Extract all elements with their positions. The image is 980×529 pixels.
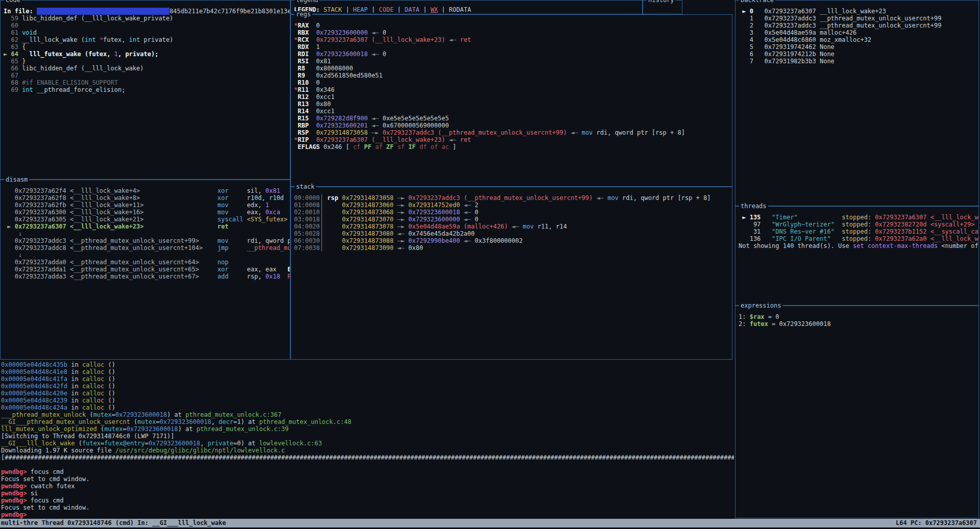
- text-run: lowlevellock.c:63: [259, 440, 322, 447]
- status-bar: multi-thre Thread 0x7293148746 (cmd) In:…: [0, 519, 980, 527]
- text-run: 0x2d561850ed580e51: [305, 72, 383, 79]
- text-run: xor: [217, 266, 247, 273]
- text-run: __GI___pthread_mutex_unlock_usercnt: [1, 418, 130, 425]
- text-run: {: [22, 43, 26, 51]
- text-run: mov: [607, 194, 619, 201]
- backtrace-content: ► 0 0x7293237a6307 __lll_lock_wake+23 1 …: [739, 8, 978, 205]
- text-run: 0x729323600000: [408, 216, 460, 223]
- source-line: 66 libc_hidden_def (__lll_lock_wake): [4, 65, 290, 72]
- text-run: int: [85, 36, 96, 43]
- stack-row: 02:0010│ 0x729314873068 —► 0x72932360001…: [294, 209, 732, 216]
- text-run: |: [342, 6, 353, 13]
- text-run: 0x729323600018: [408, 209, 460, 216]
- text-run: 0: [475, 209, 478, 216]
- panel-title-legend: legend: [295, 0, 320, 4]
- text-run: 2: [475, 201, 478, 209]
- disasm-line: 0x7293237a62f4 <__lll_lock_wake+4> xor s…: [4, 187, 290, 194]
- text-run: R12: [298, 93, 309, 100]
- text-run: rsp: [327, 194, 338, 201]
- text-run: 0x7293237a6305 <__lll_lock_wake+21>: [4, 216, 217, 223]
- text-run: 61: [4, 29, 22, 36]
- text-run: 0x729314873078: [342, 223, 394, 230]
- text-run: [798, 214, 842, 221]
- text-run: [277, 266, 288, 273]
- text-run: RODATA: [449, 6, 471, 13]
- text-run: libc_hidden_def (__lll_lock_wake): [22, 65, 143, 72]
- stack-row: 05:0028│ 0x729314873080 ◄— 0x7456e45da42…: [294, 230, 732, 237]
- text-run: #if ENABLE_ELISION_SUPPORT: [22, 79, 118, 86]
- text-run: (): [104, 383, 115, 390]
- console-line: 0x00005e04d48c41e8 in calloc (): [1, 368, 734, 375]
- text-run: STACK: [324, 6, 342, 13]
- text-run: [309, 36, 316, 43]
- text-run: 0x7293237a6307 (__lll_lock_wake+23): [316, 36, 445, 43]
- disasm-line: 0x7293237addc8 <__pthread_mutex_unlock_u…: [4, 244, 290, 251]
- text-run: R14: [298, 108, 309, 115]
- text-run: 0x7293237adda1 <__pthread_mutex_unlock_u…: [4, 266, 217, 273]
- text-run: 0x80: [309, 100, 331, 108]
- text-run: [835, 228, 842, 235]
- text-run: (: [130, 418, 137, 425]
- thread-row: ► 135 "Timer" stopped: 0x7293237a6307 <_…: [739, 214, 978, 221]
- console-line: 0x00005e04d48c420e in calloc (): [1, 390, 734, 397]
- text-run: 0: [382, 51, 386, 58]
- text-run: 04:0020│: [294, 223, 342, 230]
- thread-row: 31 "DNS Res~ver #16" stopped: 0x7293237b…: [739, 228, 978, 235]
- text-run: 0x81: [309, 58, 331, 65]
- text-run: 0x729323600018: [115, 411, 167, 418]
- text-run: RIP: [298, 136, 309, 143]
- console-line: __GI___lll_lock_wake (futex=futex@entry=…: [1, 440, 734, 447]
- text-run: 62: [4, 36, 22, 43]
- pwndbg-terminal: code In file: 845db211e7b42c7176f9be21b8…: [0, 0, 980, 529]
- text-run: 0x729314873060: [342, 201, 394, 209]
- text-run: $rax: [750, 313, 765, 320]
- panel-code: code In file: 845db211e7b42c7176f9be21b8…: [0, 0, 290, 180]
- text-run: 0x7293237a62fb <__lll_lock_wake+11>: [4, 201, 217, 209]
- text-run: =: [156, 418, 159, 425]
- text-run: |: [394, 6, 405, 13]
- status-spacer: [226, 519, 896, 527]
- text-run: 0x5e04d48ae59a (malloc+426): [408, 223, 508, 230]
- text-run: 0x00005e04d48c41e8: [1, 368, 67, 375]
- text-run: stopped:: [842, 214, 875, 221]
- text-run: IF: [408, 143, 415, 150]
- text-run: decr: [218, 418, 233, 425]
- text-run: ◄—: [567, 129, 582, 136]
- text-run: (): [104, 368, 115, 375]
- text-run: —►: [394, 194, 408, 201]
- text-run: "IPC I/O Parent": [772, 235, 831, 242]
- text-run: edx,: [247, 201, 265, 209]
- register-row: R14 0xcc1: [294, 108, 732, 115]
- text-run: =: [122, 425, 126, 433]
- text-run: calloc: [82, 390, 104, 397]
- console-line: 0x00005e04d48c435b in calloc (): [1, 361, 734, 368]
- text-run: 1: [309, 43, 320, 51]
- text-run: set context-max-threads: [853, 242, 938, 249]
- text-run: 0x729323600018: [316, 51, 368, 58]
- text-run: 0x7293237addc3 (__pthread_mutex_unlock_u…: [382, 129, 567, 136]
- text-run: ◄—: [368, 29, 383, 36]
- text-run: ◄—: [460, 201, 475, 209]
- text-run: 0x346: [309, 86, 335, 93]
- text-run: Not showing 140 thread(s). Use: [739, 242, 853, 249]
- text-run: mov: [217, 237, 247, 244]
- text-run: (): [104, 397, 115, 404]
- panel-stack: stack 00:0000│ rsp 0x729314873058 —► 0x7…: [290, 187, 732, 360]
- text-run: in: [67, 361, 82, 368]
- text-run: (): [104, 404, 115, 411]
- text-run: Focus set to cmd window.: [1, 504, 89, 511]
- text-run: 2 0x7293237addc3 __pthread_mutex_unlock_…: [739, 22, 941, 29]
- text-run: In file:: [4, 8, 37, 15]
- text-run: 0x18: [265, 273, 280, 280]
- text-run: private): [140, 36, 173, 43]
- console-line: __GI___pthread_mutex_unlock_usercnt (mut…: [1, 418, 734, 425]
- disasm-line: 0x7293237a6300 <__lll_lock_wake+16> mov …: [4, 209, 290, 216]
- command-console[interactable]: 0x00005e04d48c435b in calloc ()0x00005e0…: [1, 361, 734, 518]
- disasm-line: ↓: [4, 230, 290, 237]
- text-run: ) at: [167, 411, 185, 418]
- text-run: Downloading 1.97 K source file: [1, 447, 115, 454]
- stack-row: 01:0008│ 0x729314873060 —► 0x729314752ed…: [294, 201, 732, 209]
- text-run: 59: [4, 15, 22, 22]
- register-row: *RAX 0: [294, 22, 732, 29]
- text-run: 2:: [739, 320, 750, 328]
